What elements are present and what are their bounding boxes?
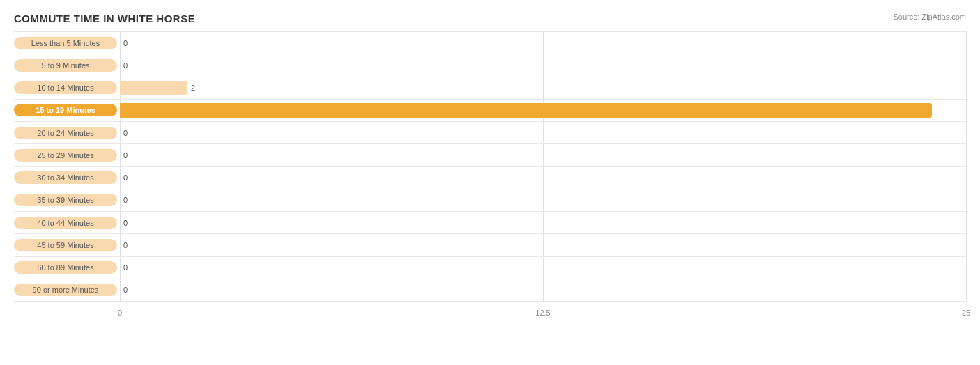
bar-label: 45 to 59 Minutes [14,239,117,251]
bar-value: 0 [123,173,128,182]
bar-value: 2 [191,84,195,92]
bar-row: 40 to 44 Minutes0 [14,212,966,234]
bar-track: 2 [120,77,966,99]
bar-label: 30 to 34 Minutes [14,171,117,184]
bar-row: 30 to 34 Minutes0 [14,167,966,189]
x-label-0: 0 [118,309,122,317]
bar-track: 0 [120,54,966,76]
bar-track: 0 [120,144,966,166]
bar-fill [120,81,187,95]
bar-row: 10 to 14 Minutes2 [14,77,966,100]
x-label-max: 25 [962,309,970,317]
grid-line-max [966,31,967,302]
bar-value: 0 [123,39,128,47]
bar-label: 40 to 44 Minutes [14,217,117,229]
chart-area: Less than 5 Minutes05 to 9 Minutes010 to… [14,31,966,321]
bar-label: 90 or more Minutes [14,284,117,296]
bar-value: 0 [123,286,128,294]
bars-section: Less than 5 Minutes05 to 9 Minutes010 to… [14,31,966,302]
bar-label: 35 to 39 Minutes [14,194,117,206]
bar-row: 45 to 59 Minutes0 [14,234,966,256]
x-label-mid: 12.5 [535,309,550,317]
bar-track: 0 [120,257,966,279]
x-axis: 0 12.5 25 [120,304,966,321]
bar-label: 60 to 89 Minutes [14,261,117,274]
bar-label: Less than 5 Minutes [14,37,117,49]
bar-track: 0 [120,234,966,256]
bar-track: 0 [120,167,966,189]
bar-label: 20 to 24 Minutes [14,127,117,139]
bar-row: 20 to 24 Minutes0 [14,122,966,144]
bar-row: 90 or more Minutes0 [14,279,966,302]
bar-label: 5 to 9 Minutes [14,59,117,72]
bar-track: 0 [120,32,966,54]
bar-track: 0 [120,189,966,211]
bar-track: 0 [120,279,966,301]
bar-row: 35 to 39 Minutes0 [14,189,966,212]
chart-title: COMMUTE TIME IN WHITE HORSE [14,13,966,24]
bar-track: 0 [120,122,966,143]
bar-value: 0 [123,196,128,204]
bar-row: 60 to 89 Minutes0 [14,257,966,279]
bar-value: 0 [123,151,128,160]
source-label: Source: ZipAtlas.com [893,13,966,21]
bar-label: 25 to 29 Minutes [14,149,117,162]
bar-label: 15 to 19 Minutes [14,104,117,116]
bar-fill: 24 [120,103,932,117]
bar-value: 0 [123,129,128,137]
bar-label: 10 to 14 Minutes [14,81,117,94]
bar-track: 0 [120,212,966,233]
bar-row: 25 to 29 Minutes0 [14,144,966,166]
chart-container: COMMUTE TIME IN WHITE HORSE Source: ZipA… [0,0,980,365]
bar-row: 5 to 9 Minutes0 [14,54,966,77]
bar-value: 0 [123,241,128,249]
bar-value: 24 [105,103,932,111]
bar-row: 15 to 19 Minutes24 [14,100,966,122]
bar-value: 0 [123,263,128,272]
bar-value: 0 [123,219,128,227]
bar-track: 24 [120,100,966,121]
bar-row: Less than 5 Minutes0 [14,31,966,54]
bar-value: 0 [123,61,128,70]
